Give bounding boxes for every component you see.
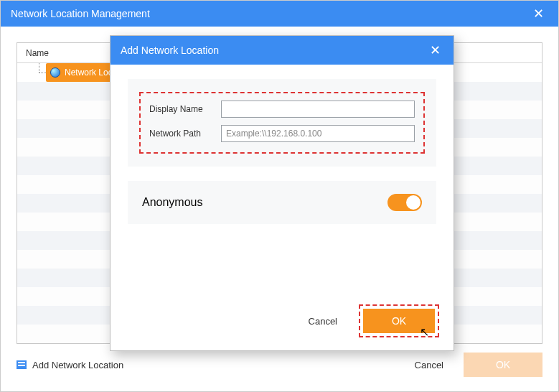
anonymous-card: Anonymous — [128, 181, 436, 224]
dialog-titlebar: Add Network Location ✕ — [111, 36, 454, 65]
close-icon[interactable]: ✕ — [529, 6, 548, 22]
network-path-input[interactable] — [221, 125, 415, 142]
column-header-name: Name — [17, 48, 49, 58]
display-name-label: Display Name — [149, 104, 214, 114]
anonymous-label: Anonymous — [142, 196, 203, 209]
footer-buttons: Cancel OK — [408, 353, 542, 377]
add-network-location-link[interactable]: Add Network Location — [17, 360, 123, 370]
cancel-button[interactable]: Cancel — [301, 312, 344, 331]
anonymous-toggle[interactable] — [387, 194, 422, 211]
display-name-row: Display Name — [149, 101, 415, 118]
close-icon[interactable]: ✕ — [427, 42, 443, 58]
dialog-title: Add Network Location — [121, 45, 219, 56]
add-network-location-dialog: Add Network Location ✕ Display Name Netw… — [110, 35, 454, 351]
ok-button[interactable]: OK — [363, 309, 435, 333]
tree-connector-icon — [34, 63, 46, 82]
window-titlebar: Network Location Management ✕ — [1, 1, 558, 27]
ok-button-highlight: OK — [359, 304, 439, 337]
list-icon — [17, 360, 27, 369]
window-footer: Add Network Location Cancel OK — [17, 353, 542, 377]
dialog-body: Display Name Network Path Anonymous — [111, 65, 454, 224]
ok-button-disabled: OK — [464, 353, 542, 377]
dialog-footer: Cancel OK — [301, 304, 439, 337]
network-path-row: Network Path — [149, 125, 415, 142]
highlighted-fields-group: Display Name Network Path — [139, 92, 425, 154]
toggle-knob-icon — [406, 195, 421, 210]
display-name-input[interactable] — [221, 101, 415, 118]
add-link-label: Add Network Location — [32, 360, 123, 370]
network-path-label: Network Path — [149, 129, 214, 139]
window-title: Network Location Management — [11, 8, 150, 19]
cancel-button[interactable]: Cancel — [408, 355, 451, 375]
globe-icon — [50, 67, 60, 78]
form-card: Display Name Network Path — [128, 79, 436, 167]
